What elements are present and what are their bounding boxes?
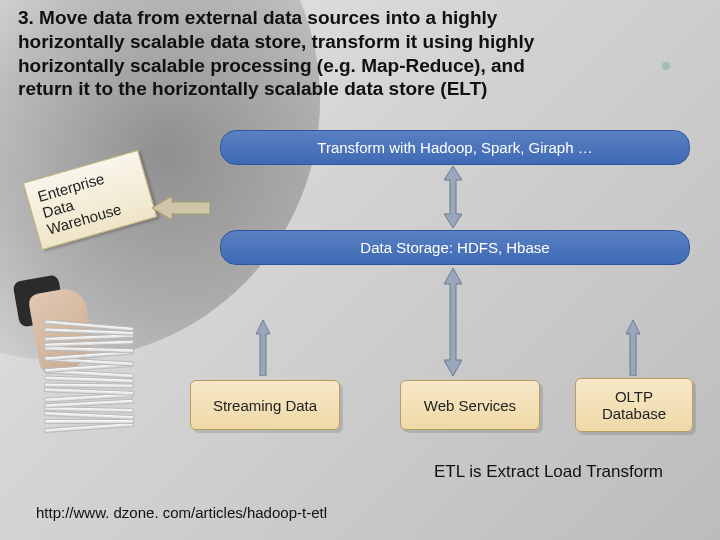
- accent-dot: [662, 62, 670, 70]
- svg-marker-4: [626, 320, 640, 376]
- source-url: http://www. dzone. com/articles/hadoop-t…: [36, 504, 327, 521]
- up-arrow-icon: [256, 320, 270, 376]
- enterprise-data-warehouse-note: Enterprise Data Warehouse: [23, 150, 158, 250]
- svg-marker-0: [152, 196, 210, 220]
- double-arrow-icon: [444, 268, 462, 376]
- source-streaming: Streaming Data: [190, 380, 340, 430]
- svg-marker-2: [444, 268, 462, 376]
- paper-stack-image: [34, 290, 154, 430]
- double-arrow-icon: [444, 166, 462, 228]
- slide-heading: 3. Move data from external data sources …: [18, 6, 578, 101]
- source-oltp-database: OLTP Database: [575, 378, 693, 432]
- up-arrow-icon: [626, 320, 640, 376]
- svg-marker-3: [256, 320, 270, 376]
- etl-caption: ETL is Extract Load Transform: [434, 462, 663, 482]
- oltp-line2: Database: [602, 405, 666, 422]
- storage-box: Data Storage: HDFS, Hbase: [220, 230, 690, 265]
- arrow-left-icon: [152, 196, 210, 220]
- transform-box: Transform with Hadoop, Spark, Giraph …: [220, 130, 690, 165]
- oltp-line1: OLTP: [615, 388, 653, 405]
- svg-marker-1: [444, 166, 462, 228]
- source-web-services: Web Services: [400, 380, 540, 430]
